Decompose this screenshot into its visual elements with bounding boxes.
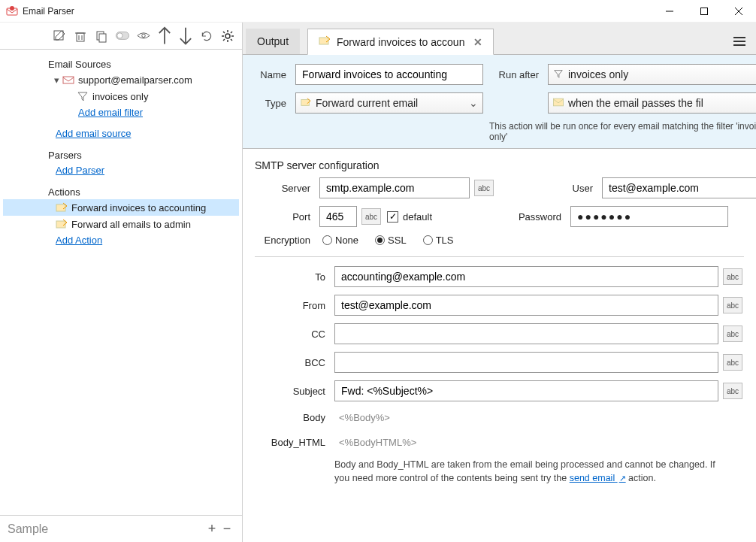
abc-button[interactable]: abc <box>723 297 742 313</box>
section-email-sources: Email Sources <box>3 56 239 71</box>
action-header-panel: Name Run after invoices only ⌄ Type Forw… <box>243 54 756 149</box>
svg-point-1 <box>10 6 14 11</box>
tree-label: invoices only <box>92 91 148 102</box>
runafter-combo[interactable]: invoices only ⌄ <box>548 64 756 85</box>
close-button[interactable] <box>721 0 756 23</box>
email-fields: To abc From abc CC abc BCC abc Subject <box>243 257 756 492</box>
tree-action-forward-invoices[interactable]: Forward invoices to accounting <box>3 199 239 216</box>
svg-rect-12 <box>99 34 106 42</box>
titlebar: Email Parser <box>0 0 756 23</box>
tree-action-forward-all[interactable]: Forward all emails to admin <box>3 216 239 232</box>
svg-rect-33 <box>553 98 563 106</box>
enc-none-radio[interactable]: None <box>322 235 358 246</box>
to-label: To <box>255 271 330 283</box>
from-input[interactable] <box>334 295 718 316</box>
toggle-icon[interactable] <box>116 29 129 43</box>
svg-point-16 <box>225 34 230 38</box>
sample-bar: Sample + − <box>0 515 242 542</box>
up-arrow-icon[interactable] <box>158 29 171 43</box>
forward-icon <box>56 218 68 230</box>
cc-input[interactable] <box>334 323 718 344</box>
add-parser-link[interactable]: Add Parser <box>56 165 104 176</box>
abc-button[interactable]: abc <box>723 383 742 399</box>
minimize-button[interactable] <box>652 0 687 23</box>
tree-filter[interactable]: invoices only <box>3 88 239 104</box>
bcc-input[interactable] <box>334 352 718 373</box>
refresh-icon[interactable] <box>200 29 213 43</box>
mail-account-icon <box>62 74 74 86</box>
default-checkbox[interactable]: ✓ default <box>387 211 500 223</box>
chevron-down-icon: ⌄ <box>469 97 478 109</box>
svg-rect-3 <box>701 8 708 14</box>
send-email-link[interactable]: send email ↗ <box>570 473 626 483</box>
maximize-button[interactable] <box>687 0 721 23</box>
smtp-title: SMTP server configuration <box>255 159 744 171</box>
enc-tls-radio[interactable]: TLS <box>423 235 454 246</box>
copy-icon[interactable] <box>95 29 108 43</box>
down-arrow-icon[interactable] <box>179 29 192 43</box>
gear-icon[interactable] <box>221 29 234 43</box>
abc-button[interactable]: abc <box>474 180 494 196</box>
runafter-label: Run after <box>489 69 542 80</box>
external-link-icon: ↗ <box>619 474 626 483</box>
sample-label: Sample <box>8 522 48 536</box>
sidebar: Email Sources ▾ support@emailparser.com … <box>0 23 243 542</box>
app-icon <box>6 5 18 17</box>
body-note: Body and Body_HTML are taken from the em… <box>334 459 733 485</box>
name-label: Name <box>252 69 289 80</box>
svg-rect-25 <box>63 77 74 83</box>
abc-button[interactable]: abc <box>723 326 742 342</box>
tab-close-icon[interactable]: ✕ <box>473 36 482 48</box>
header-note: This action will be run once for every e… <box>489 121 756 142</box>
abc-button[interactable]: abc <box>723 268 742 285</box>
body-label: Body <box>255 412 330 423</box>
to-input[interactable] <box>334 266 718 287</box>
svg-point-15 <box>142 34 145 37</box>
tree-label: Forward all emails to admin <box>71 219 191 230</box>
add-action-link[interactable]: Add Action <box>56 235 102 246</box>
server-input[interactable] <box>319 177 470 198</box>
sample-add-button[interactable]: + <box>204 521 219 537</box>
server-label: Server <box>255 183 315 194</box>
abc-button[interactable]: abc <box>723 354 742 371</box>
hamburger-icon[interactable] <box>727 31 751 54</box>
type-label: Type <box>252 98 289 109</box>
delete-icon[interactable] <box>74 29 87 43</box>
enc-ssl-radio[interactable]: SSL <box>375 235 407 246</box>
name-input[interactable] <box>295 64 483 85</box>
filter-icon <box>553 68 564 81</box>
type-combo[interactable]: Forward current email ⌄ <box>295 92 483 114</box>
tree-label: Forward invoices to accounting <box>71 202 206 213</box>
forward-icon <box>319 35 331 48</box>
app-title: Email Parser <box>23 6 74 17</box>
svg-line-21 <box>223 32 225 33</box>
svg-line-23 <box>223 39 225 41</box>
combo-value: Forward current email <box>316 97 418 109</box>
edit-icon[interactable] <box>53 29 66 43</box>
tab-output[interactable]: Output <box>246 29 300 54</box>
filter-icon <box>77 90 89 102</box>
add-email-filter-link[interactable]: Add email filter <box>78 107 143 118</box>
envelope-icon <box>553 97 564 109</box>
user-input[interactable] <box>602 177 756 198</box>
password-input[interactable]: ●●●●●●● <box>570 206 728 227</box>
tab-forward-invoices[interactable]: Forward invoices to accoun ✕ <box>307 29 494 55</box>
when-combo[interactable]: when the email passes the fil ⌄ <box>548 92 756 114</box>
tree-label: support@emailparser.com <box>78 74 192 86</box>
sidebar-tree: Email Sources ▾ support@emailparser.com … <box>0 50 242 515</box>
svg-line-24 <box>231 32 232 33</box>
sample-remove-button[interactable]: − <box>219 521 234 537</box>
add-email-source-link[interactable]: Add email source <box>56 128 131 139</box>
sidebar-toolbar <box>0 23 242 50</box>
combo-value: when the email passes the fil <box>568 97 703 109</box>
password-label: Password <box>504 211 566 223</box>
port-input[interactable] <box>319 206 357 227</box>
abc-button[interactable]: abc <box>361 208 381 225</box>
tree-email-account[interactable]: ▾ support@emailparser.com <box>3 71 239 88</box>
eye-icon[interactable] <box>137 29 150 43</box>
svg-line-22 <box>231 39 232 41</box>
subject-input[interactable] <box>334 380 718 401</box>
encryption-label: Encryption <box>255 235 315 246</box>
body-html-value: <%BodyHTML%> <box>334 434 744 451</box>
svg-point-14 <box>117 33 122 38</box>
